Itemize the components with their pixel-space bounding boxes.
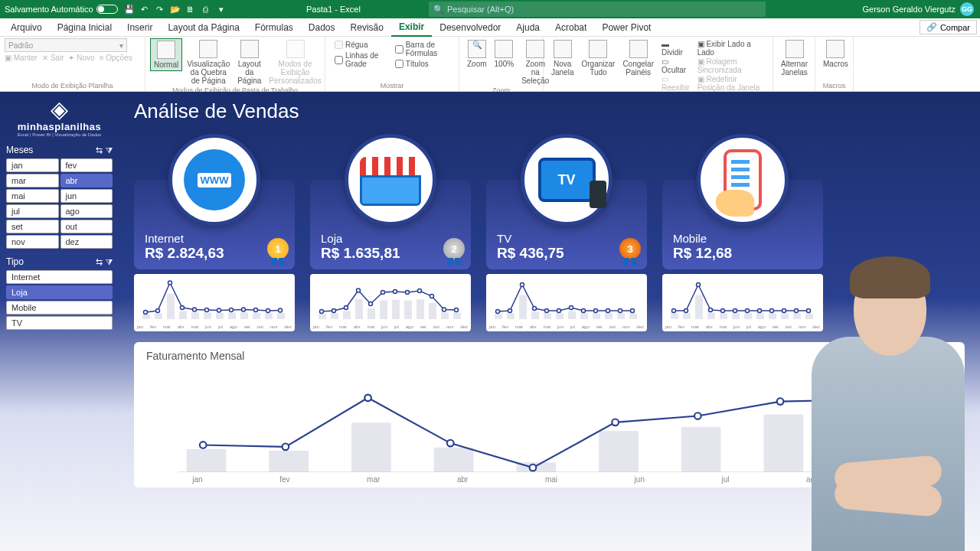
- zoom-button[interactable]: 🔍Zoom: [464, 38, 490, 70]
- reset-pos-button[interactable]: ▣ Redefinir Posição da Janela: [697, 75, 765, 92]
- open-icon[interactable]: 📂: [170, 4, 181, 15]
- tab-ajuda[interactable]: Ajuda: [508, 19, 547, 36]
- svg-point-23: [279, 308, 283, 312]
- macros-button[interactable]: Macros: [820, 38, 851, 70]
- new-icon[interactable]: 🗎: [185, 4, 196, 15]
- tab-acrobat[interactable]: Acrobat: [547, 19, 594, 36]
- svg-point-44: [418, 289, 422, 293]
- tab-formulas[interactable]: Fórmulas: [247, 19, 301, 36]
- svg-rect-30: [392, 300, 400, 319]
- view-pagebreak-button[interactable]: Visualização da Quebra de Página: [184, 38, 233, 86]
- switch-windows-button[interactable]: Alternar Janelas: [778, 38, 811, 78]
- chk-titulos[interactable]: Títulos: [394, 59, 451, 69]
- slicer-item-jan[interactable]: jan: [6, 158, 59, 172]
- slicer-item-out[interactable]: out: [60, 220, 113, 233]
- slicer-item-tv[interactable]: TV: [6, 316, 113, 330]
- slicer-item-dez[interactable]: dez: [60, 235, 113, 249]
- slicer-item-jul[interactable]: jul: [6, 204, 59, 218]
- unhide-button[interactable]: ▭ Reexibir: [662, 75, 690, 92]
- svg-point-62: [521, 283, 524, 287]
- slicer-item-loja[interactable]: Loja: [6, 285, 113, 299]
- user-name: Gerson Geraldo Viergutz: [863, 5, 956, 14]
- view-custom-button[interactable]: Modos de Exibição Personalizados: [266, 38, 324, 86]
- svg-point-19: [230, 308, 234, 312]
- tab-revisao[interactable]: Revisão: [343, 19, 391, 36]
- chk-regua[interactable]: Régua: [333, 40, 386, 50]
- slicer-item-mobile[interactable]: Mobile: [6, 301, 113, 315]
- svg-point-71: [631, 309, 635, 313]
- tab-pagina-inicial[interactable]: Página Inicial: [50, 19, 119, 36]
- svg-rect-5: [204, 313, 211, 319]
- slicer-item-jun[interactable]: jun: [60, 189, 113, 203]
- card-name: Loja: [321, 232, 460, 245]
- svg-point-46: [443, 308, 446, 311]
- split-button[interactable]: ▬ Dividir: [662, 40, 690, 57]
- sidebyside-button[interactable]: ▣ Exibir Lado a Lado: [697, 40, 765, 57]
- view-pagelayout-button[interactable]: Layout da Página: [234, 38, 264, 86]
- chk-formula[interactable]: Barra de Fórmulas: [394, 40, 451, 58]
- slicer-item-nov[interactable]: nov: [6, 235, 59, 249]
- slicer-item-abr[interactable]: abr: [60, 174, 113, 187]
- tab-desenvolvedor[interactable]: Desenvolvedor: [432, 19, 508, 36]
- slicer-item-set[interactable]: set: [6, 220, 59, 233]
- redo-icon[interactable]: ↷: [155, 4, 165, 15]
- slicer-item-internet[interactable]: Internet: [6, 270, 113, 284]
- multiselect-icon[interactable]: ⇆: [96, 145, 103, 155]
- tab-dados[interactable]: Dados: [301, 19, 343, 36]
- slicer-item-ago[interactable]: ago: [60, 204, 113, 218]
- user-area[interactable]: Gerson Geraldo Viergutz GG: [863, 2, 974, 16]
- tab-powerpivot[interactable]: Power Pivot: [594, 19, 658, 36]
- slicer-item-mar[interactable]: mar: [6, 174, 59, 187]
- svg-point-68: [594, 309, 598, 313]
- svg-point-43: [406, 291, 410, 295]
- clear-filter-icon[interactable]: ⧩: [106, 257, 113, 267]
- svg-rect-7: [228, 313, 236, 319]
- freeze-panes-button[interactable]: Congelar Painéis: [619, 38, 657, 78]
- keep-button[interactable]: ▣ Manter: [5, 54, 38, 62]
- svg-rect-34: [441, 312, 449, 319]
- sync-scroll-button[interactable]: ▣ Rolagem Sincronizada: [697, 57, 765, 74]
- svg-point-108: [447, 440, 454, 447]
- save-icon[interactable]: 💾: [124, 4, 135, 15]
- zoom-100-button[interactable]: 100%: [492, 38, 518, 70]
- svg-point-84: [672, 309, 676, 313]
- svg-rect-10: [265, 313, 273, 319]
- arrange-all-button[interactable]: Organizar Tudo: [578, 38, 618, 78]
- sparkline-chart: janfevmarabrmaijunjulagosetoutnovdez: [486, 274, 647, 331]
- slicer-title: Meses: [6, 145, 33, 155]
- options-button[interactable]: ≡ Opções: [100, 54, 132, 62]
- share-button[interactable]: 🔗 Compar: [920, 20, 977, 34]
- brand-sub: Excel | Power BI | Visualização de Dados: [6, 132, 113, 137]
- slicer-item-mai[interactable]: mai: [6, 189, 59, 203]
- svg-point-60: [496, 310, 500, 314]
- hide-button[interactable]: ▭ Ocultar: [662, 57, 690, 74]
- multiselect-icon[interactable]: ⇆: [96, 257, 103, 267]
- print-icon[interactable]: ⎙: [201, 4, 211, 15]
- svg-point-87: [709, 308, 713, 312]
- new-view-button[interactable]: ✦ Novo: [68, 54, 94, 62]
- slicer-item-fev[interactable]: fev: [60, 158, 113, 172]
- clear-filter-icon[interactable]: ⧩: [106, 145, 113, 155]
- exit-button[interactable]: ✕ Sair: [42, 54, 64, 62]
- svg-rect-102: [681, 427, 721, 472]
- brand-name: minhasplanilhas: [6, 121, 113, 132]
- more-icon[interactable]: ▾: [216, 4, 227, 15]
- slicer-title: Tipo: [6, 256, 24, 267]
- sparkline-chart: janfevmarabrmaijunjulagosetoutnovdez: [134, 274, 295, 331]
- chk-grade[interactable]: Linhas de Grade: [333, 51, 386, 69]
- medal-icon: 2: [443, 238, 465, 259]
- sheet-view-dropdown[interactable]: Padrão▾: [5, 38, 127, 52]
- title-bar: Salvamento Automático 💾 ↶ ↷ 📂 🗎 ⎙ ▾ Past…: [0, 0, 980, 18]
- tab-arquivo[interactable]: Arquivo: [3, 19, 50, 36]
- view-normal-button[interactable]: Normal: [150, 38, 182, 71]
- tab-layout[interactable]: Layout da Página: [160, 19, 247, 36]
- search-box[interactable]: 🔍 Pesquisar (Alt+Q): [429, 2, 766, 17]
- svg-rect-50: [519, 295, 527, 320]
- new-window-button[interactable]: Nova Janela: [548, 38, 577, 78]
- undo-icon[interactable]: ↶: [139, 4, 150, 15]
- svg-rect-80: [769, 313, 776, 319]
- autosave-toggle[interactable]: Salvamento Automático: [5, 5, 118, 14]
- tab-exibir[interactable]: Exibir: [391, 18, 432, 37]
- chevron-down-icon: ▾: [119, 41, 123, 50]
- tab-inserir[interactable]: Inserir: [119, 19, 160, 36]
